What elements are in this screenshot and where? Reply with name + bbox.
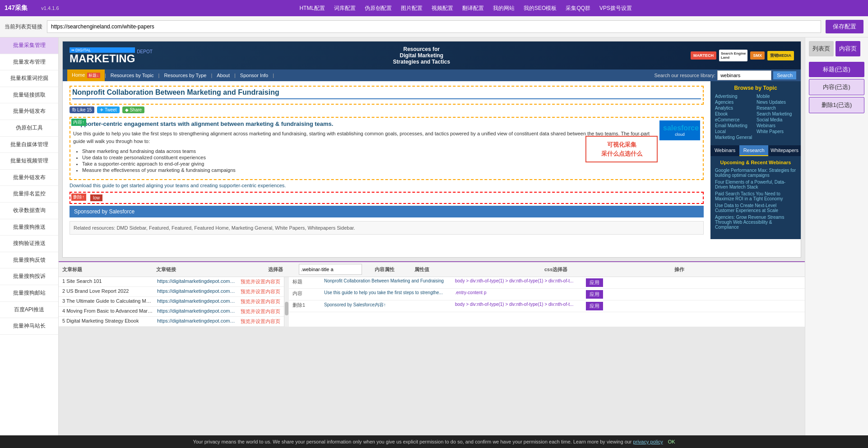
- app-logo: 147采集: [5, 4, 28, 12]
- sponsor-media: 营销MEDIA: [767, 51, 794, 60]
- topic-search-marketing[interactable]: Search Marketing: [757, 111, 796, 116]
- topic-local[interactable]: Local: [715, 129, 755, 134]
- topic-ecommerce[interactable]: eCommerce: [715, 117, 755, 122]
- tab-webinars[interactable]: Webinars: [710, 145, 739, 156]
- app-version: v1.4.1.6: [41, 5, 59, 11]
- nav-my-site[interactable]: 我的网站: [493, 5, 515, 12]
- webinar-item-5[interactable]: Agencies: Grow Revenue Streams Through W…: [715, 215, 796, 230]
- save-config-button[interactable]: 保存配置: [826, 20, 863, 33]
- privacy-ok-button[interactable]: OK: [668, 439, 675, 444]
- nav-image-config[interactable]: 图片配置: [401, 5, 422, 12]
- topic-news[interactable]: News Updates: [757, 100, 796, 105]
- row2-link: https://digitalmarketingdepot.com/whitep…: [157, 288, 236, 295]
- row2-action[interactable]: 预览并设置内容页: [241, 288, 280, 295]
- col-header-attr: 内容属性: [375, 266, 411, 273]
- topic-webinars[interactable]: Webinars: [757, 123, 796, 128]
- tw-tweet-btn[interactable]: ✈ Tweet: [97, 106, 119, 113]
- sidebar-item-index-query[interactable]: 收录数据查询: [0, 203, 58, 219]
- row4-link: https://digitalmarketingdepot.com/whitep…: [157, 308, 236, 315]
- privacy-link[interactable]: privacy policy: [633, 439, 663, 444]
- nav-video-config[interactable]: 视频配置: [432, 5, 453, 12]
- row4-action[interactable]: 预览并设置内容页: [241, 308, 280, 315]
- apply-btn-1[interactable]: 应用: [586, 278, 603, 287]
- sidebar-item-sogou-feedback[interactable]: 批量搜狗反馈: [0, 252, 58, 269]
- topic-white-papers[interactable]: White Papers: [757, 129, 796, 134]
- list-page-button[interactable]: 列表页: [809, 41, 834, 56]
- main-layout: 批量采集管理 批量发布管理 批量权重词挖掘 批量链接抓取 批量外链发布 伪原创工…: [0, 37, 868, 448]
- dmd-search-input[interactable]: [717, 70, 771, 80]
- selector-input[interactable]: [299, 264, 362, 275]
- topic-agencies[interactable]: Agencies: [715, 100, 755, 105]
- webinar-item-2[interactable]: Four Elements of a Powerful, Data-Driven…: [715, 180, 796, 189]
- nav-pseudo-original[interactable]: 伪原创配置: [365, 5, 392, 12]
- sidebar-item-pseudo-original[interactable]: 伪原创工具: [0, 120, 58, 137]
- topic-mobile[interactable]: Mobile: [757, 94, 796, 99]
- topic-ebook[interactable]: Ebook: [715, 111, 755, 116]
- topic-email[interactable]: Email Marketing: [715, 123, 755, 128]
- title-selected-button[interactable]: 标题(已选): [809, 62, 864, 77]
- apply-btn-2[interactable]: 应用: [586, 290, 603, 299]
- webinar-item-4[interactable]: Use Data to Create Next-Level Customer E…: [715, 203, 796, 213]
- sidebar-item-short-video[interactable]: 批量短视频管理: [0, 153, 58, 170]
- nav-translate-config[interactable]: 翻译配置: [462, 5, 484, 12]
- sidebar-item-shenma[interactable]: 批量神马站长: [0, 318, 58, 335]
- tab-whitepapers[interactable]: Whitepapers: [768, 145, 801, 156]
- topic-research[interactable]: Research: [757, 106, 796, 111]
- share-button[interactable]: ◆ Share: [122, 106, 144, 113]
- sidebar-item-publish[interactable]: 批量发布管理: [0, 54, 58, 71]
- sidebar-item-collect[interactable]: 批量采集管理: [0, 37, 58, 54]
- sidebar-item-external-link[interactable]: 批量外链发布: [0, 103, 58, 120]
- topic-social[interactable]: Social Media: [757, 117, 796, 122]
- salesforce-promo: salesforce cloud: [659, 120, 700, 140]
- sidebar-item-keyword-mining[interactable]: 批量权重词挖掘: [0, 70, 58, 87]
- active-badge: 标题↓: [87, 73, 100, 78]
- row3-action[interactable]: 预览并设置内容页: [241, 298, 280, 305]
- sidebar-item-social-media[interactable]: 批量自媒体管理: [0, 137, 58, 153]
- topic-marketing-general[interactable]: Marketing General: [715, 135, 755, 140]
- row5-title: 5 Digital Marketing Strategy Ebook: [62, 318, 153, 325]
- sidebar-item-sogou-complaint[interactable]: 批量搜狗投诉: [0, 268, 58, 285]
- url-input[interactable]: [47, 20, 821, 33]
- nav-qq-group[interactable]: 采集QQ群: [566, 5, 590, 12]
- fb-like-btn[interactable]: fb Like 15: [70, 106, 94, 113]
- article-title: Nonprofit Collaboration Between Marketin…: [72, 88, 701, 99]
- dmd-nav-about[interactable]: About: [212, 70, 234, 81]
- nav-vps[interactable]: VPS拨号设置: [599, 5, 632, 12]
- dmd-nav-by-topic[interactable]: Resources by Topic: [106, 70, 158, 81]
- content-selected-button[interactable]: 内容(已选): [809, 79, 864, 95]
- nav-html-config[interactable]: HTML配置: [299, 5, 325, 12]
- nav-seo-template[interactable]: 我的SEO模板: [524, 5, 557, 12]
- sidebar-item-sogou-mail[interactable]: 批量搜狗邮站: [0, 285, 58, 302]
- table-row-4: 4 Moving From Basic to Advanced Marketin…: [59, 307, 284, 317]
- topic-advertising[interactable]: Advertising: [715, 94, 755, 99]
- sidebar-item-link-grab[interactable]: 批量链接抓取: [0, 87, 58, 104]
- scrollbar[interactable]: [284, 277, 289, 327]
- apply-btn-3[interactable]: 应用: [586, 302, 603, 310]
- webinar-item-1[interactable]: Google Performance Max: Strategies for b…: [715, 168, 796, 178]
- content-page-button[interactable]: 内容页: [836, 41, 860, 56]
- sidebar-item-sogou-verify[interactable]: 搜狗验证推送: [0, 236, 58, 252]
- privacy-text: Your privacy means the world to us. We s…: [193, 439, 631, 444]
- sidebar-item-baidu-api[interactable]: 百度API推送: [0, 302, 58, 319]
- tab-research[interactable]: Research: [739, 145, 768, 156]
- delete-selected-button[interactable]: 删除1(已选): [809, 97, 864, 113]
- topic-analytics[interactable]: Analytics: [715, 106, 755, 111]
- table-row-1: 1 Site Search 101 https://digitalmarketi…: [59, 277, 284, 287]
- row1-action[interactable]: 预览并设置内容页: [241, 278, 280, 285]
- dmd-nav-sponsor[interactable]: Sponsor Info: [236, 70, 273, 81]
- webinar-item-3[interactable]: Paid Search Tactics You Need to Maximize…: [715, 191, 796, 201]
- sponsor-martech: MARTECH: [691, 51, 716, 60]
- search-label: Search our resource library:: [654, 73, 715, 78]
- dmd-search-button[interactable]: Search: [773, 71, 796, 79]
- attr-name-1: 标题: [292, 278, 320, 287]
- dmd-logo-area: ▪▪ DIGITAL MARKETING DEPOT: [70, 47, 153, 64]
- row5-action[interactable]: 预览并设置内容页: [241, 318, 280, 325]
- nav-dict-config[interactable]: 词库配置: [334, 5, 356, 12]
- attr-value-1: Nonprofit Collaboration Between Marketin…: [324, 278, 450, 287]
- dmd-main-article: Nonprofit Collaboration Between Marketin…: [63, 81, 710, 239]
- sidebar-item-external-link2[interactable]: 批量外链发布: [0, 170, 58, 186]
- dmd-nav-home[interactable]: Home 标题↓: [67, 69, 105, 81]
- sidebar-item-rank-monitor[interactable]: 批量排名监控: [0, 186, 58, 203]
- dmd-nav-by-type[interactable]: Resources by Type: [159, 70, 211, 81]
- sidebar-item-sogou-push[interactable]: 批量搜狗推送: [0, 219, 58, 236]
